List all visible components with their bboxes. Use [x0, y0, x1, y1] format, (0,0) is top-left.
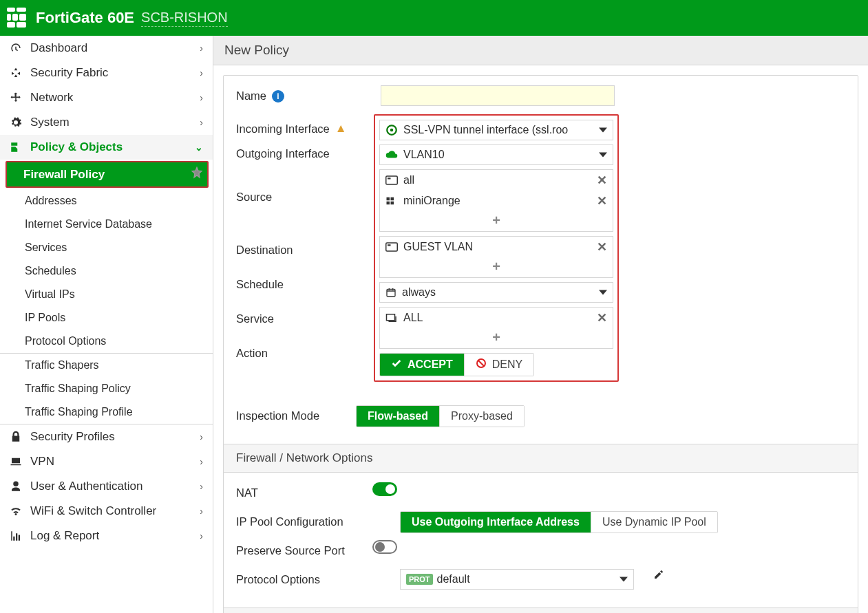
sidebar-item-vpn[interactable]: VPN › — [0, 449, 213, 474]
flow-based-button[interactable]: Flow-based — [357, 406, 439, 427]
sidebar-item-label: Traffic Shapers — [25, 359, 99, 372]
sidebar-item-security-profiles[interactable]: Security Profiles › — [0, 424, 213, 449]
field-label: IP Pool Configuration — [236, 515, 343, 528]
protocol-options-select[interactable]: PROT default — [400, 569, 634, 590]
chip-label: miniOrange — [403, 195, 461, 207]
button-label: DENY — [492, 358, 522, 371]
remove-icon[interactable]: ✕ — [597, 310, 607, 325]
favorite-star-icon[interactable] — [191, 166, 203, 182]
sidebar-item-wifi-switch[interactable]: WiFi & Switch Controller › — [0, 499, 213, 524]
sidebar-item-ip-pools[interactable]: IP Pools — [0, 306, 213, 330]
name-input[interactable] — [381, 85, 615, 106]
row-nat: NAT — [236, 482, 845, 507]
sidebar-item-firewall-policy[interactable]: Firewall Policy — [6, 161, 209, 188]
top-bar: FortiGate 60E SCB-RISHON — [0, 0, 868, 36]
add-service-button[interactable]: + — [380, 328, 613, 348]
dynamic-ip-pool-button[interactable]: Use Dynamic IP Pool — [591, 512, 717, 533]
sidebar-item-traffic-shaping-policy[interactable]: Traffic Shaping Policy — [0, 377, 213, 400]
fabric-icon — [10, 67, 22, 79]
proxy-based-button[interactable]: Proxy-based — [439, 406, 524, 427]
caret-down-icon — [599, 288, 607, 297]
chevron-right-icon: › — [200, 43, 203, 54]
move-icon — [10, 92, 22, 104]
product-name: FortiGate 60E — [36, 9, 134, 27]
source-chip: miniOrange ✕ — [380, 191, 613, 211]
sidebar-item-addresses[interactable]: Addresses — [0, 189, 213, 213]
sidebar-item-label: Policy & Objects — [30, 140, 123, 154]
outgoing-interface-select[interactable]: VLAN10 — [379, 144, 613, 165]
button-label: Proxy-based — [451, 410, 513, 422]
chip-label: ALL — [403, 312, 423, 324]
remove-icon[interactable]: ✕ — [597, 239, 607, 255]
service-chip: ALL ✕ — [380, 308, 613, 328]
accept-button[interactable]: ACCEPT — [380, 354, 464, 376]
chevron-right-icon: › — [200, 117, 203, 128]
prot-badge: PROT — [406, 574, 433, 585]
sidebar-item-virtual-ips[interactable]: Virtual IPs — [0, 283, 213, 306]
remove-icon[interactable]: ✕ — [597, 193, 607, 208]
select-value: default — [437, 573, 470, 585]
sidebar-item-dashboard[interactable]: Dashboard › — [0, 36, 213, 61]
remove-icon[interactable]: ✕ — [597, 173, 607, 188]
sidebar-item-log-report[interactable]: Log & Report › — [0, 524, 213, 548]
preserve-source-toggle[interactable] — [372, 540, 397, 554]
lock-icon — [10, 431, 22, 443]
sidebar-item-user-auth[interactable]: User & Authentication › — [0, 474, 213, 499]
sidebar-item-label: WiFi & Switch Controller — [30, 504, 156, 518]
chevron-right-icon: › — [200, 506, 203, 517]
sidebar-item-isdb[interactable]: Internet Service Database — [0, 213, 213, 236]
sidebar-item-security-fabric[interactable]: Security Fabric › — [0, 61, 213, 85]
nat-toggle[interactable] — [372, 482, 397, 496]
content-area: New Policy Name i — [213, 36, 868, 613]
field-label: Protocol Options — [236, 573, 320, 586]
add-source-button[interactable]: + — [380, 211, 613, 231]
field-label: Source — [236, 191, 272, 204]
svg-rect-2 — [386, 176, 398, 184]
inspection-mode-toggle: Flow-based Proxy-based — [356, 405, 525, 427]
svg-rect-10 — [387, 289, 395, 297]
field-label: NAT — [236, 486, 258, 499]
svg-rect-3 — [388, 178, 391, 179]
sidebar-item-system[interactable]: System › — [0, 110, 213, 135]
select-value: SSL-VPN tunnel interface (ssl.roo — [403, 124, 568, 136]
schedule-select[interactable]: always — [379, 282, 613, 303]
select-value: always — [402, 286, 436, 299]
outgoing-address-button[interactable]: Use Outgoing Interface Address — [401, 512, 591, 533]
deny-button[interactable]: DENY — [464, 354, 533, 376]
caret-down-icon — [599, 151, 607, 159]
destination-multiselect[interactable]: GUEST VLAN ✕ + — [379, 236, 613, 278]
sidebar-item-network[interactable]: Network › — [0, 85, 213, 110]
source-chip: all ✕ — [380, 170, 613, 191]
group-icon — [385, 196, 398, 206]
field-label: Action — [236, 347, 268, 360]
field-label: Inspection Mode — [236, 409, 319, 422]
sidebar-item-services[interactable]: Services — [0, 236, 213, 259]
chevron-down-icon: ⌄ — [195, 142, 203, 153]
add-destination-button[interactable]: + — [380, 257, 613, 277]
sidebar-item-policy-objects[interactable]: Policy & Objects ⌄ — [0, 135, 213, 160]
address-icon — [385, 175, 398, 185]
edit-pencil-icon[interactable] — [653, 569, 664, 583]
section-title-security: Security Profiles — [224, 607, 858, 613]
sidebar-item-label: Traffic Shaping Policy — [25, 383, 131, 395]
button-label: Use Outgoing Interface Address — [412, 516, 580, 528]
page-title: New Policy — [213, 36, 868, 65]
row-ip-pool: IP Pool Configuration Use Outgoing Inter… — [236, 511, 845, 536]
chevron-right-icon: › — [200, 530, 203, 541]
sidebar-item-label: Schedules — [25, 265, 76, 277]
gauge-icon — [10, 42, 22, 54]
info-icon[interactable]: i — [272, 90, 284, 103]
sidebar-item-traffic-shapers[interactable]: Traffic Shapers — [0, 354, 213, 377]
row-preserve-source: Preserve Source Port — [236, 540, 845, 565]
sidebar-item-protocol-options[interactable]: Protocol Options — [0, 330, 213, 353]
svg-rect-5 — [391, 197, 394, 201]
svg-rect-11 — [387, 314, 395, 321]
sidebar-item-label: Addresses — [25, 195, 77, 207]
sidebar-item-traffic-shaping-profile[interactable]: Traffic Shaping Profile — [0, 400, 213, 424]
service-multiselect[interactable]: ALL ✕ + — [379, 307, 613, 349]
source-multiselect[interactable]: all ✕ miniOrange ✕ + — [379, 169, 613, 232]
hostname[interactable]: SCB-RISHON — [141, 10, 228, 27]
incoming-interface-select[interactable]: SSL-VPN tunnel interface (ssl.roo — [379, 120, 613, 140]
svg-rect-6 — [387, 202, 390, 205]
sidebar-item-schedules[interactable]: Schedules — [0, 259, 213, 283]
